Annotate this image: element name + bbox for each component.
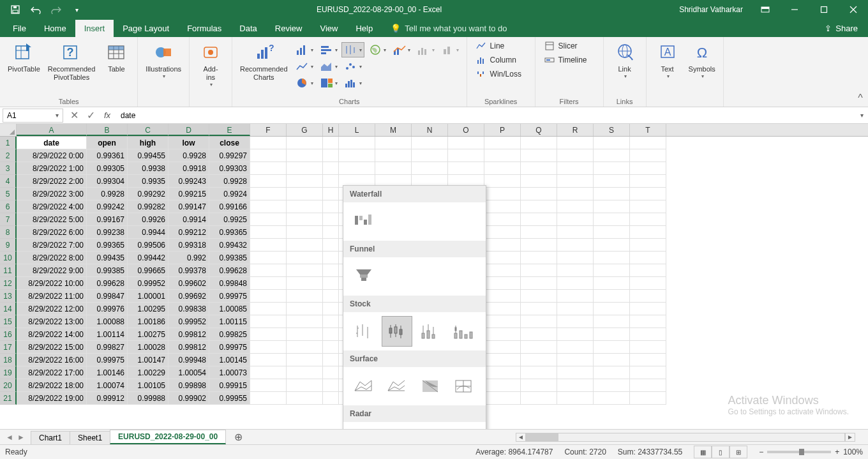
- cell[interactable]: open: [87, 137, 128, 149]
- cell[interactable]: 0.99812: [168, 328, 209, 341]
- cell[interactable]: 0.99385: [209, 252, 250, 264]
- column-header[interactable]: D: [168, 124, 209, 136]
- cell[interactable]: 1.00114: [87, 328, 128, 341]
- cell[interactable]: 0.99361: [87, 149, 128, 162]
- cell[interactable]: [484, 137, 521, 149]
- cell[interactable]: 0.99303: [209, 162, 250, 175]
- cell[interactable]: 1.00074: [87, 379, 128, 392]
- table-button[interactable]: Table: [100, 40, 132, 76]
- cell[interactable]: [521, 366, 557, 379]
- cell[interactable]: [594, 149, 630, 162]
- sheet-nav-next-icon[interactable]: ►: [15, 433, 27, 442]
- cell[interactable]: 0.99442: [128, 252, 168, 264]
- cell[interactable]: [521, 175, 557, 188]
- cell[interactable]: [630, 188, 666, 200]
- cell[interactable]: [287, 239, 323, 252]
- cell[interactable]: [287, 188, 323, 200]
- cell[interactable]: 0.99304: [87, 175, 128, 188]
- row-header[interactable]: 19: [0, 366, 17, 379]
- cell[interactable]: [484, 200, 521, 213]
- cell[interactable]: 8/29/2022 13:00: [17, 315, 87, 328]
- cell[interactable]: 0.9928: [87, 188, 128, 200]
- cell[interactable]: 0.99628: [209, 264, 250, 277]
- view-normal-icon[interactable]: ▦: [694, 446, 712, 458]
- funnel-option[interactable]: [348, 261, 379, 292]
- cell[interactable]: [594, 354, 630, 366]
- cell[interactable]: [250, 162, 287, 175]
- cell[interactable]: 0.99432: [209, 239, 250, 252]
- cell[interactable]: low: [168, 137, 209, 149]
- cell[interactable]: [557, 137, 594, 149]
- cell[interactable]: [521, 188, 557, 200]
- cell[interactable]: 0.99242: [87, 200, 128, 213]
- cell[interactable]: [323, 264, 339, 277]
- cell[interactable]: [323, 303, 339, 315]
- cell[interactable]: [557, 175, 594, 188]
- cell[interactable]: [521, 213, 557, 226]
- cell[interactable]: 0.99238: [87, 226, 128, 239]
- cell[interactable]: [287, 226, 323, 239]
- cell[interactable]: [375, 137, 412, 149]
- cell[interactable]: 0.99365: [209, 226, 250, 239]
- cell[interactable]: 0.9924: [209, 188, 250, 200]
- column-header[interactable]: R: [557, 124, 594, 136]
- cell[interactable]: [594, 264, 630, 277]
- cell[interactable]: 0.99812: [168, 341, 209, 354]
- sheet-tab-active[interactable]: EURUSD_2022-08-29-00_00: [110, 430, 226, 444]
- cell[interactable]: [287, 290, 323, 303]
- view-pagebreak-icon[interactable]: ⊞: [730, 446, 747, 458]
- zoom-level[interactable]: 100%: [843, 448, 863, 456]
- cell[interactable]: 0.99915: [209, 379, 250, 392]
- column-header[interactable]: L: [339, 124, 375, 136]
- cell[interactable]: [250, 315, 287, 328]
- column-header[interactable]: A: [17, 124, 87, 136]
- cell[interactable]: 0.99838: [168, 303, 209, 315]
- cell[interactable]: 0.99305: [87, 162, 128, 175]
- row-header[interactable]: 20: [0, 379, 17, 392]
- rec-charts-button[interactable]: ?Recommended Charts: [237, 40, 290, 84]
- cell[interactable]: 1.00085: [209, 303, 250, 315]
- column-header[interactable]: H: [323, 124, 339, 136]
- tell-me[interactable]: 💡Tell me what you want to do: [382, 20, 516, 37]
- 3dmap-icon[interactable]: ▾: [438, 42, 461, 57]
- tab-review[interactable]: Review: [266, 20, 311, 37]
- cell[interactable]: 1.00146: [87, 366, 128, 379]
- row-header[interactable]: 1: [0, 137, 17, 149]
- cell[interactable]: [521, 252, 557, 264]
- area-chart-icon[interactable]: ▾: [317, 59, 340, 74]
- cell[interactable]: [630, 239, 666, 252]
- cell[interactable]: [287, 175, 323, 188]
- user-name[interactable]: Shridhar Vatharkar: [671, 5, 751, 14]
- cell[interactable]: [250, 290, 287, 303]
- cell[interactable]: 8/29/2022 9:00: [17, 264, 87, 277]
- cell[interactable]: 1.00115: [209, 315, 250, 328]
- cell[interactable]: [594, 200, 630, 213]
- minimize-icon[interactable]: [780, 0, 809, 19]
- cell[interactable]: [557, 290, 594, 303]
- cell[interactable]: 0.99297: [209, 149, 250, 162]
- cell[interactable]: close: [209, 137, 250, 149]
- cell[interactable]: 0.99166: [209, 200, 250, 213]
- row-header[interactable]: 21: [0, 392, 17, 405]
- scroll-right-icon[interactable]: ►: [845, 433, 855, 442]
- horizontal-scrollbar[interactable]: ◄ ►: [246, 433, 868, 442]
- column-header[interactable]: C: [128, 124, 168, 136]
- fx-icon[interactable]: fx: [99, 109, 116, 123]
- cell[interactable]: [630, 290, 666, 303]
- row-header[interactable]: 16: [0, 328, 17, 341]
- cell[interactable]: [250, 328, 287, 341]
- cell[interactable]: [287, 277, 323, 290]
- cell[interactable]: 0.99243: [168, 175, 209, 188]
- cell[interactable]: [323, 137, 339, 149]
- cell[interactable]: [521, 392, 557, 405]
- cell[interactable]: 1.00275: [128, 328, 168, 341]
- cell[interactable]: [484, 379, 521, 392]
- cell[interactable]: [484, 277, 521, 290]
- cell[interactable]: [521, 239, 557, 252]
- cell[interactable]: 8/29/2022 1:00: [17, 162, 87, 175]
- cell[interactable]: [521, 379, 557, 392]
- maximize-icon[interactable]: [809, 0, 839, 19]
- cell[interactable]: [287, 200, 323, 213]
- cell[interactable]: 8/29/2022 17:00: [17, 366, 87, 379]
- cell[interactable]: [594, 290, 630, 303]
